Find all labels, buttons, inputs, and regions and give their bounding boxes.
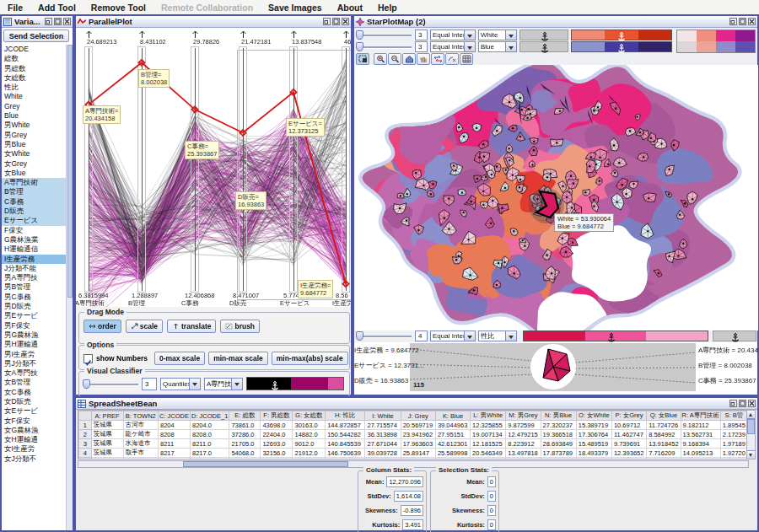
variable-item[interactable]: 男C事務 [2, 293, 69, 302]
column-header[interactable]: N: 男Blue [541, 411, 576, 421]
table-cell[interactable]: 18.717949 [576, 458, 611, 460]
table-cell[interactable]: 12.064364 [506, 458, 541, 460]
row-number[interactable]: 3 [79, 439, 92, 449]
chevron-down-icon[interactable] [464, 331, 475, 341]
table-cell[interactable]: 32156.0 [261, 449, 293, 458]
table-cell[interactable]: 8.223912 [506, 439, 541, 449]
variable-item[interactable]: 女総数 [2, 73, 69, 83]
row-number[interactable]: 5 [79, 458, 92, 460]
variable-item[interactable]: 男Blue [2, 140, 69, 149]
variable-combo[interactable]: White [478, 30, 517, 40]
variable-combo[interactable]: 性比 [478, 330, 517, 341]
table-cell[interactable]: 8211.0 [191, 439, 229, 449]
column-header[interactable]: O: 女White [576, 411, 611, 421]
scroll-up-icon[interactable] [747, 411, 755, 419]
table-cell[interactable]: 41.318681 [365, 458, 401, 460]
variable-item[interactable]: Blue [2, 111, 69, 121]
select-rect-icon[interactable] [356, 53, 369, 65]
table-cell[interactable]: 17.963603 [401, 439, 435, 449]
variable-item[interactable]: J分類不能 [2, 264, 69, 273]
menu-about[interactable]: About [330, 3, 370, 13]
variables-scrollbar-thumb[interactable] [67, 45, 73, 298]
classifier-slider[interactable] [83, 379, 138, 390]
table-cell[interactable]: 8.584992 [647, 430, 681, 439]
column-header[interactable]: D: JCODE_1 [191, 411, 229, 421]
table-cell[interactable]: 9012.0 [293, 439, 326, 449]
table-cell[interactable]: 39.039728 [365, 449, 401, 458]
table-cell[interactable]: 8211 [159, 439, 191, 449]
variable-item[interactable]: 男B管理 [2, 282, 69, 292]
legend-swatch[interactable] [697, 41, 716, 52]
classes-slider[interactable] [356, 41, 412, 53]
table-cell[interactable]: 龍ケ崎市 [123, 430, 158, 439]
variable-item[interactable]: 女Grey [2, 159, 69, 169]
table-cell[interactable]: 28.693849 [541, 439, 576, 449]
table-cell[interactable]: 12.325855 [471, 421, 506, 430]
variable-item[interactable]: 女I生産労 [2, 444, 69, 454]
column-header[interactable]: A: PREF [91, 411, 123, 421]
close-button[interactable] [748, 400, 756, 407]
variable-item[interactable]: JCODE [2, 45, 69, 54]
parallel-plot-canvas[interactable] [76, 28, 351, 307]
table-cell[interactable]: 21912.0 [293, 449, 326, 458]
table-cell[interactable]: 14911.0 [293, 458, 326, 460]
column-header[interactable]: M: 男Grey [506, 411, 541, 421]
column-header[interactable]: G: 女総数 [293, 411, 326, 421]
classifier-count-spinner[interactable] [142, 378, 157, 390]
classes-spinner[interactable] [415, 30, 428, 40]
table-cell[interactable]: 8219.0 [191, 458, 229, 460]
table-cell[interactable]: 18.493379 [576, 449, 611, 458]
variable-combo[interactable]: Blue [478, 41, 517, 52]
lasso-cut-icon[interactable] [445, 53, 459, 65]
min-max-abs-scale-button[interactable]: min-max(abs) scale [272, 352, 348, 365]
chevron-down-icon[interactable] [464, 42, 475, 51]
variable-item[interactable]: White [2, 92, 69, 101]
table-cell[interactable]: 7.203035 [647, 458, 681, 460]
menu-save-images[interactable]: Save Images [261, 3, 330, 13]
color-gradient-bar[interactable] [523, 330, 708, 341]
variable-item[interactable]: 女Blue [2, 169, 69, 178]
variable-item[interactable]: 男G農林漁 [2, 330, 69, 340]
table-cell[interactable]: 9.872599 [506, 421, 541, 430]
grid-icon[interactable] [460, 53, 473, 65]
classify-method-combo[interactable]: Equal Interv... [430, 330, 476, 341]
table-cell[interactable]: 11.724726 [647, 421, 681, 430]
column-header[interactable]: E: 総数 [229, 411, 261, 421]
table-cell[interactable]: 20.569719 [401, 421, 435, 430]
parallelplot-titlebar[interactable]: ParallelPlot [76, 16, 351, 28]
variable-item[interactable]: 女D販売 [2, 397, 69, 406]
table-cell[interactable]: 15.489519 [576, 439, 611, 449]
table-cell[interactable]: 茨城県 [91, 430, 123, 439]
legend-swatch[interactable] [735, 41, 755, 52]
classify-method-combo[interactable]: Equal Inter... [430, 41, 476, 52]
menu-help[interactable]: Help [370, 3, 405, 13]
min-max-scale-button[interactable]: min-max scale [208, 352, 268, 365]
table-cell[interactable]: 144.872857 [326, 421, 365, 430]
table-cell[interactable]: 19.366518 [541, 430, 576, 439]
column-header[interactable]: K: Blue [435, 411, 470, 421]
table-cell[interactable]: 23.941962 [401, 430, 435, 439]
zoom-in-icon[interactable] [374, 53, 387, 65]
table-row[interactable]: 2茨城県龍ケ崎市82088208.037286.022404.014882.01… [79, 430, 748, 439]
table-cell[interactable]: 10.69712 [611, 421, 646, 430]
variable-item[interactable]: 女J分類不 [2, 454, 69, 464]
column-header[interactable]: P: 女Grey [611, 411, 646, 421]
variable-item[interactable]: 男Eサービ [2, 311, 69, 320]
color-gradient-bar[interactable] [571, 41, 672, 52]
chevron-down-icon[interactable] [189, 379, 200, 390]
variable-item[interactable]: 性比 [2, 83, 69, 92]
variable-item[interactable]: 女C事務 [2, 388, 69, 397]
variable-item[interactable]: 男White [2, 121, 69, 130]
secondary-gradient-bar[interactable] [713, 330, 756, 341]
table-cell[interactable]: 13.497818 [506, 449, 541, 458]
table-cell[interactable]: 11.462747 [611, 430, 646, 439]
table-row[interactable]: 4茨城県取手市82178217.054068.032156.021912.014… [79, 449, 748, 458]
table-cell[interactable]: 140.845539 [326, 439, 365, 449]
table-vertical-scrollbar[interactable] [746, 410, 756, 459]
row-number[interactable]: 1 [79, 421, 92, 430]
table-cell[interactable]: 8217 [159, 449, 191, 458]
row-number[interactable]: 2 [79, 430, 92, 439]
show-numbers-checkbox[interactable] [83, 354, 93, 363]
table-cell[interactable]: 12693.0 [261, 439, 293, 449]
scroll-down-icon[interactable] [747, 450, 755, 459]
